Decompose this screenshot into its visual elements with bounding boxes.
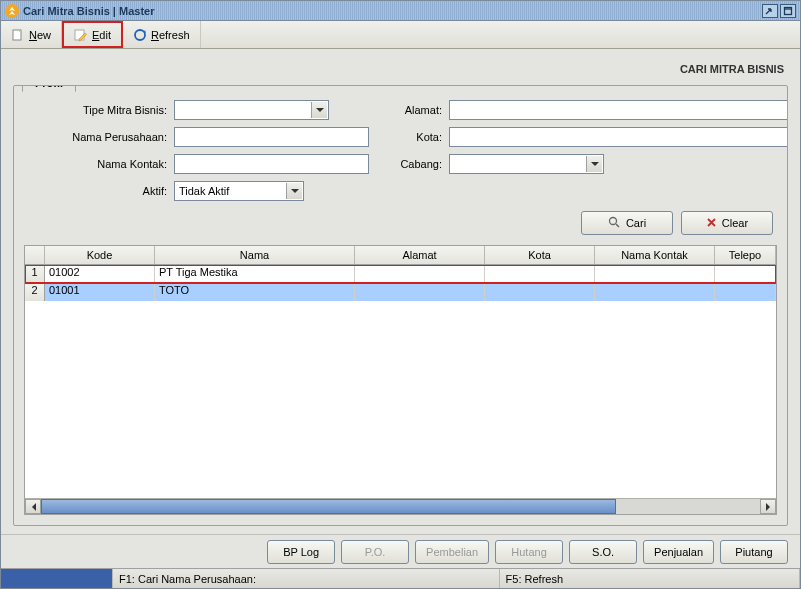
col-nama[interactable]: Nama xyxy=(155,246,355,264)
table-row[interactable]: 1 01002 PT Tiga Mestika xyxy=(25,265,776,283)
cari-button[interactable]: Cari xyxy=(581,211,673,235)
titlebar: Cari Mitra Bisnis | Master xyxy=(1,1,800,21)
minimize-button[interactable] xyxy=(762,4,778,18)
table-row[interactable]: 2 01001 TOTO xyxy=(25,283,776,301)
col-rownum[interactable] xyxy=(25,246,45,264)
refresh-icon xyxy=(133,28,147,42)
nama-kontak-input[interactable] xyxy=(174,154,369,174)
cari-label: Cari xyxy=(626,217,646,229)
scroll-thumb[interactable] xyxy=(41,499,616,514)
svg-line-6 xyxy=(616,224,619,227)
pembelian-button[interactable]: Pembelian xyxy=(415,540,489,564)
refresh-label: Refresh xyxy=(151,29,190,41)
window: Cari Mitra Bisnis | Master New Edit Refr… xyxy=(0,0,801,589)
nama-kontak-label: Nama Kontak: xyxy=(24,158,169,170)
table-body: 1 01002 PT Tiga Mestika 2 01001 TOTO xyxy=(25,265,776,498)
footer-buttons: BP Log P.O. Pembelian Hutang S.O. Penjua… xyxy=(1,534,800,568)
alamat-label: Alamat: xyxy=(374,104,444,116)
hutang-button[interactable]: Hutang xyxy=(495,540,563,564)
bplog-button[interactable]: BP Log xyxy=(267,540,335,564)
aktif-combo[interactable]: Tidak Aktif xyxy=(174,181,304,201)
kota-input[interactable] xyxy=(449,127,788,147)
piutang-button[interactable]: Piutang xyxy=(720,540,788,564)
table-header: Kode Nama Alamat Kota Nama Kontak Telepo xyxy=(25,246,776,265)
col-kode[interactable]: Kode xyxy=(45,246,155,264)
edit-button[interactable]: Edit xyxy=(62,21,123,48)
scroll-track[interactable] xyxy=(41,499,760,514)
aktif-label: Aktif: xyxy=(24,185,169,197)
maximize-button[interactable] xyxy=(780,4,796,18)
page-title: CARI MITRA BISNIS xyxy=(13,57,788,85)
cabang-label: Cabang: xyxy=(374,158,444,170)
scroll-right-button[interactable] xyxy=(760,499,776,514)
status-progress xyxy=(1,569,113,588)
clear-icon xyxy=(706,217,717,230)
status-f5: F5: Refresh xyxy=(500,569,800,588)
content-area: CARI MITRA BISNIS Profil Tipe Mitra Bisn… xyxy=(1,49,800,534)
col-telepon[interactable]: Telepo xyxy=(715,246,776,264)
nama-perusahaan-input[interactable] xyxy=(174,127,369,147)
search-icon xyxy=(608,216,621,231)
statusbar: F1: Cari Nama Perusahaan: F5: Refresh xyxy=(1,568,800,588)
new-button[interactable]: New xyxy=(1,21,62,48)
app-icon xyxy=(5,4,19,18)
new-label: New xyxy=(29,29,51,41)
kota-label: Kota: xyxy=(374,131,444,143)
edit-icon xyxy=(74,28,88,42)
window-title: Cari Mitra Bisnis | Master xyxy=(23,5,760,17)
search-actions: Cari Clear xyxy=(24,211,777,235)
tipe-combo[interactable] xyxy=(174,100,329,120)
so-button[interactable]: S.O. xyxy=(569,540,637,564)
new-icon xyxy=(11,28,25,42)
tipe-label: Tipe Mitra Bisnis: xyxy=(24,104,169,116)
po-button[interactable]: P.O. xyxy=(341,540,409,564)
col-kota[interactable]: Kota xyxy=(485,246,595,264)
clear-label: Clear xyxy=(722,217,748,229)
search-form: Tipe Mitra Bisnis: Alamat: Nama Perusaha… xyxy=(24,100,777,201)
toolbar: New Edit Refresh xyxy=(1,21,800,49)
profil-panel: Profil Tipe Mitra Bisnis: Alamat: Nama P… xyxy=(13,85,788,526)
tab-profil[interactable]: Profil xyxy=(22,85,76,92)
results-table: Kode Nama Alamat Kota Nama Kontak Telepo… xyxy=(24,245,777,515)
svg-point-4 xyxy=(135,30,145,40)
edit-label: Edit xyxy=(92,29,111,41)
scroll-left-button[interactable] xyxy=(25,499,41,514)
cabang-combo[interactable] xyxy=(449,154,604,174)
clear-button[interactable]: Clear xyxy=(681,211,773,235)
svg-point-5 xyxy=(609,217,616,224)
col-kontak[interactable]: Nama Kontak xyxy=(595,246,715,264)
refresh-button[interactable]: Refresh xyxy=(123,21,201,48)
col-alamat[interactable]: Alamat xyxy=(355,246,485,264)
penjualan-button[interactable]: Penjualan xyxy=(643,540,714,564)
alamat-input[interactable] xyxy=(449,100,788,120)
horizontal-scrollbar[interactable] xyxy=(25,498,776,514)
status-f1: F1: Cari Nama Perusahaan: xyxy=(113,569,500,588)
nama-perusahaan-label: Nama Perusahaan: xyxy=(24,131,169,143)
